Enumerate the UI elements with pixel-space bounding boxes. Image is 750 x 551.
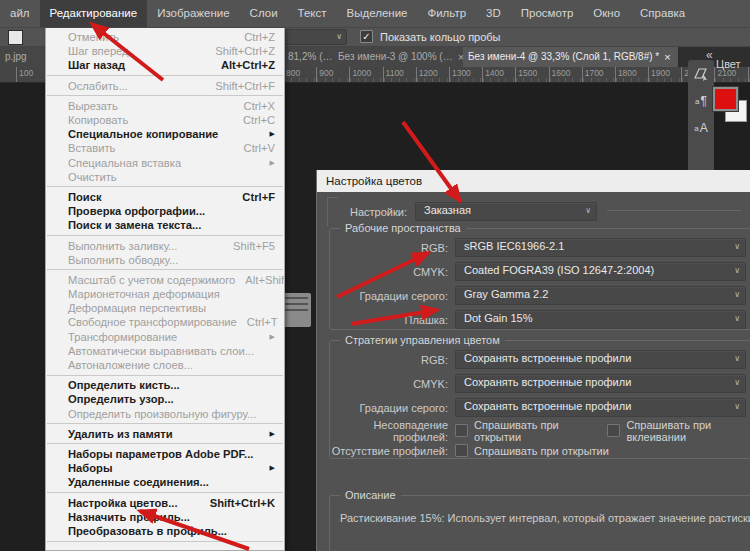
chevron-down-icon: ∨: [734, 240, 740, 254]
chevron-down-icon: ∨: [734, 288, 740, 302]
working-space-dropdown[interactable]: Coated FOGRA39 (ISO 12647-2:2004) ∨: [455, 262, 746, 281]
tab-label: 81,2% (…: [288, 51, 332, 62]
ruler-tick: 1800: [615, 67, 648, 82]
menu-item[interactable]: ▶: [47, 375, 283, 376]
menu-item[interactable]: Автоматически выравнивать слои... ▶: [46, 344, 284, 358]
menu-item[interactable]: ▶: [47, 269, 283, 270]
menu-item-label: Определить узор...: [68, 393, 174, 405]
settings-label: Настройки:: [341, 206, 407, 218]
menu-item-shortcut: Alt+Ctrl+Z: [211, 59, 275, 71]
dialog-title[interactable]: Настройка цветов: [317, 170, 750, 192]
menu-item[interactable]: Удаленные соединения... ▶: [46, 475, 284, 489]
menubar-item[interactable]: Выделение: [337, 0, 418, 27]
row-label: Градации серого:: [330, 402, 448, 414]
proof-ring-checkbox[interactable]: ✓: [360, 30, 373, 43]
menu-item-label: Ослабить...: [68, 80, 128, 92]
menu-item[interactable]: ▶: [47, 423, 283, 424]
menubar-item[interactable]: айл: [0, 0, 40, 27]
ask-when-opening-checkbox[interactable]: [455, 424, 468, 437]
menu-item[interactable]: Назначить профиль... ▶: [46, 510, 284, 524]
menubar-item[interactable]: Просмотр: [511, 0, 584, 27]
menubar-item[interactable]: 3D: [476, 0, 511, 27]
color-panel-header[interactable]: Цвет: [716, 58, 750, 70]
menubar-item[interactable]: Фильтр: [417, 0, 476, 27]
menu-item[interactable]: Специальная вставка ▶: [46, 156, 284, 170]
menu-item[interactable]: Вставить Ctrl+V ▶: [46, 141, 284, 155]
menu-item[interactable]: Удалить из памяти ▶: [46, 427, 284, 441]
shape-tool-panel-icon[interactable]: [691, 65, 711, 83]
menu-item[interactable]: Масштаб с учетом содержимого Alt+Shift+C…: [46, 273, 284, 287]
settings-dropdown[interactable]: Заказная ∨: [415, 202, 597, 221]
ask-when-opening-checkbox[interactable]: [455, 444, 468, 457]
menubar-item[interactable]: Редактирование: [40, 0, 148, 27]
proof-ring-label: Показать кольцо пробы: [380, 31, 501, 43]
menubar-item[interactable]: Слои: [240, 0, 288, 27]
options-dropdown-fragment[interactable]: ∨: [283, 29, 347, 45]
menubar-item[interactable]: Справка: [630, 0, 695, 27]
menu-item[interactable]: ▶: [47, 541, 283, 542]
menu-item-shortcut: Shift+F5: [223, 240, 275, 252]
dropdown-value: Сохранять встроенные профили: [464, 376, 631, 388]
menu-item[interactable]: ▶: [47, 186, 283, 187]
document-tab[interactable]: Без имени-4 @ 33,3% (Слой 1, RGB/8#) * ×: [463, 46, 679, 67]
menu-item[interactable]: ▶: [47, 75, 283, 76]
ask-when-pasting-checkbox[interactable]: [607, 424, 620, 437]
working-space-row: Градации серого: Gray Gamma 2.2 ∨: [330, 286, 746, 305]
menu-item[interactable]: Шаг назад Alt+Ctrl+Z ▶: [46, 58, 284, 72]
menu-item[interactable]: Выполнить обводку... ▶: [46, 253, 284, 267]
policy-dropdown[interactable]: Сохранять встроенные профили ∨: [455, 350, 746, 369]
ruler-tick: 100: [16, 67, 33, 82]
edit-menu-dropdown: Отменить Ctrl+Z ▶ Шаг вперед Shift+Ctrl+…: [45, 28, 285, 551]
menu-item[interactable]: Ослабить... Shift+Ctrl+F ▶: [46, 79, 284, 93]
tool-preset-icon[interactable]: [8, 30, 23, 45]
menu-item[interactable]: Выполнить заливку... Shift+F5 ▶: [46, 238, 284, 252]
chevron-down-icon: ∨: [734, 264, 740, 278]
close-icon[interactable]: ×: [664, 51, 670, 63]
menu-item-shortcut: Shift+Ctrl+F: [205, 80, 275, 92]
character-panel-icon[interactable]: aA: [691, 119, 711, 137]
menu-item[interactable]: Трансформирование ▶: [46, 330, 284, 344]
row-label: CMYK:: [330, 378, 448, 390]
menubar-item[interactable]: Окно: [583, 0, 630, 27]
menu-item[interactable]: Поиск Ctrl+F ▶: [46, 190, 284, 204]
menu-item[interactable]: Деформация перспективы ▶: [46, 301, 284, 315]
policy-dropdown[interactable]: Сохранять встроенные профили ∨: [455, 398, 746, 417]
menu-item[interactable]: Определить произвольную фигуру... ▶: [46, 407, 284, 421]
menu-item[interactable]: Преобразовать в профиль... ▶: [46, 524, 284, 538]
menu-item[interactable]: Копировать Ctrl+C ▶: [46, 113, 284, 127]
row-label: Несовпадение профилей:: [330, 419, 448, 443]
menu-item[interactable]: ▶: [47, 443, 283, 444]
menu-item[interactable]: Поиск и замена текста... ▶: [46, 218, 284, 232]
menu-item[interactable]: Свободное трансформирование Ctrl+T ▶: [46, 315, 284, 329]
working-space-row: Плашка: Dot Gain 15% ∨: [330, 310, 746, 329]
menu-item[interactable]: Проверка орфографии... ▶: [46, 204, 284, 218]
menu-item[interactable]: Очистить ▶: [46, 170, 284, 184]
menu-item[interactable]: Специальное копирование ▶: [46, 127, 284, 141]
menu-item[interactable]: Шаг вперед Shift+Ctrl+Z ▶: [46, 44, 284, 58]
menubar-item[interactable]: Изображение: [147, 0, 239, 27]
working-space-dropdown[interactable]: Gray Gamma 2.2 ∨: [455, 286, 746, 305]
dialog-body: Настройки: Заказная ∨ Рабочие пространст…: [317, 192, 750, 551]
menu-item[interactable]: ▶: [47, 235, 283, 236]
document-tab[interactable]: Без имени-3 @ 100% (… ×: [333, 46, 473, 67]
menu-item[interactable]: Определить узор... ▶: [46, 392, 284, 406]
menu-item[interactable]: Марионеточная деформация ▶: [46, 287, 284, 301]
menu-item[interactable]: Наборы ▶: [46, 461, 284, 475]
foreground-color-swatch[interactable]: [713, 87, 738, 111]
menu-item[interactable]: ▶: [47, 95, 283, 96]
ruler-tick: 1100: [383, 67, 416, 82]
menu-item[interactable]: Настройка цветов... Shift+Ctrl+K ▶: [46, 495, 284, 509]
menu-item[interactable]: Наборы параметров Adobe PDF... ▶: [46, 447, 284, 461]
menu-item-label: Автоналожение слоев...: [68, 359, 193, 371]
menu-item-label: Определить кисть...: [68, 379, 180, 391]
working-space-dropdown[interactable]: sRGB IEC61966-2.1 ∨: [455, 238, 746, 257]
menu-item[interactable]: ▶: [47, 492, 283, 493]
menu-item[interactable]: Автоналожение слоев... ▶: [46, 358, 284, 372]
menu-item[interactable]: Определить кисть... ▶: [46, 378, 284, 392]
menu-item[interactable]: Отменить Ctrl+Z ▶: [46, 30, 284, 44]
paragraph-panel-icon[interactable]: a¶: [691, 92, 711, 110]
menubar-item[interactable]: Текст: [288, 0, 337, 27]
policy-dropdown[interactable]: Сохранять встроенные профили ∨: [455, 374, 746, 393]
menu-item[interactable]: Вырезать Ctrl+X ▶: [46, 99, 284, 113]
working-space-dropdown[interactable]: Dot Gain 15% ∨: [455, 310, 746, 329]
